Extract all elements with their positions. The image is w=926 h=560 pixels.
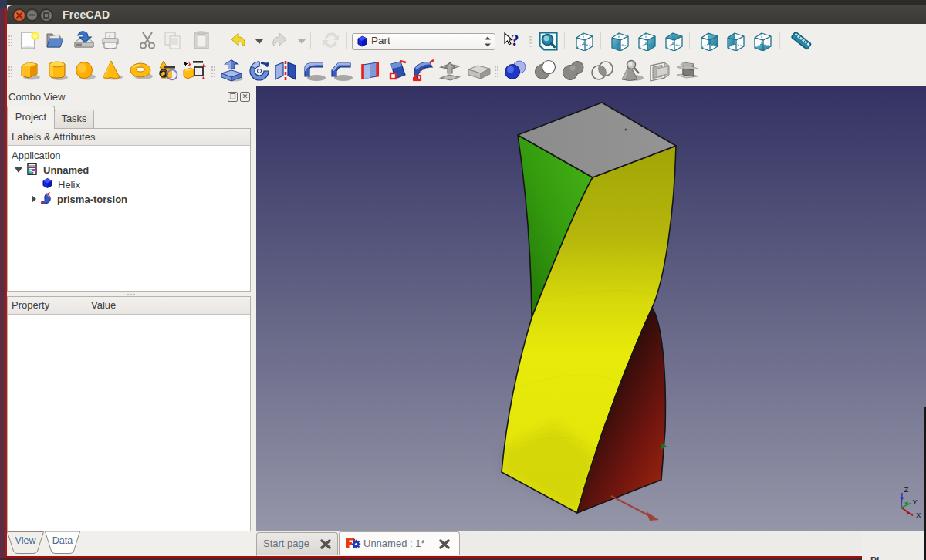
svg-text:Z: Z <box>904 485 909 494</box>
svg-text:X: X <box>916 511 921 519</box>
svg-text:Data: Data <box>52 535 73 546</box>
svg-text:View: View <box>15 535 37 546</box>
svg-text:Y: Y <box>913 498 918 506</box>
svg-text:?: ? <box>511 31 519 49</box>
